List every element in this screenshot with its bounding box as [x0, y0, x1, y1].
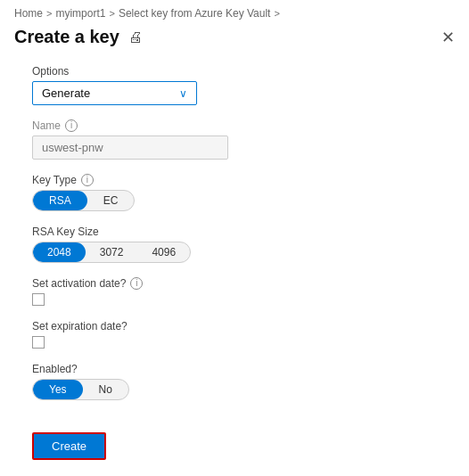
breadcrumb-myimport[interactable]: myimport1	[55, 7, 105, 20]
expiration-date-label: Set expiration date?	[32, 320, 437, 332]
enabled-no[interactable]: No	[83, 380, 128, 399]
key-type-info-icon[interactable]: i	[81, 174, 94, 186]
name-input[interactable]	[32, 135, 228, 160]
breadcrumb-sep-2: >	[109, 8, 114, 19]
page-title: Create a key	[14, 27, 119, 47]
key-type-label: Key Type i	[32, 174, 437, 186]
expiration-date-group: Set expiration date?	[32, 320, 437, 349]
chevron-down-icon: ∨	[179, 87, 187, 100]
header-left: Create a key 🖨	[14, 27, 143, 47]
name-info-icon[interactable]: i	[65, 119, 78, 132]
key-type-toggle: RSA EC	[32, 190, 135, 211]
close-icon[interactable]: ✕	[441, 29, 455, 45]
activation-date-checkbox[interactable]	[32, 293, 45, 306]
options-label: Options	[32, 65, 437, 78]
key-type-rsa[interactable]: RSA	[33, 191, 87, 210]
activation-info-icon[interactable]: i	[130, 277, 143, 290]
enabled-toggle: Yes No	[32, 379, 129, 400]
activation-date-label: Set activation date? i	[32, 277, 437, 290]
form-footer: Create	[0, 414, 469, 460]
create-button[interactable]: Create	[32, 432, 106, 460]
options-dropdown[interactable]: Generate ∨	[32, 81, 197, 105]
options-group: Options Generate ∨	[32, 65, 437, 105]
name-label: Name i	[32, 119, 437, 132]
key-type-group: Key Type i RSA EC	[32, 174, 437, 211]
rsa-key-size-label: RSA Key Size	[32, 226, 437, 238]
name-group: Name i	[32, 119, 437, 160]
create-key-panel: Home > myimport1 > Select key from Azure…	[0, 0, 469, 476]
breadcrumb-selectkey[interactable]: Select key from Azure Key Vault	[119, 7, 271, 20]
key-size-3072[interactable]: 3072	[86, 242, 138, 262]
breadcrumb-home[interactable]: Home	[14, 7, 43, 20]
options-value: Generate	[42, 86, 90, 100]
key-type-ec[interactable]: EC	[87, 191, 135, 210]
enabled-label: Enabled?	[32, 363, 437, 375]
print-icon[interactable]: 🖨	[128, 29, 143, 45]
breadcrumb: Home > myimport1 > Select key from Azure…	[0, 0, 469, 20]
panel-header: Create a key 🖨 ✕	[0, 20, 469, 47]
rsa-key-size-toggle: 2048 3072 4096	[32, 242, 191, 263]
key-size-4096[interactable]: 4096	[137, 242, 190, 262]
key-size-2048[interactable]: 2048	[33, 242, 86, 262]
breadcrumb-sep-1: >	[46, 8, 52, 19]
form-body: Options Generate ∨ Name i Key Type i RSA	[0, 47, 469, 400]
rsa-key-size-group: RSA Key Size 2048 3072 4096	[32, 226, 437, 263]
enabled-yes[interactable]: Yes	[33, 380, 83, 399]
enabled-group: Enabled? Yes No	[32, 363, 437, 400]
activation-date-group: Set activation date? i	[32, 277, 437, 306]
expiration-date-checkbox[interactable]	[32, 336, 45, 349]
breadcrumb-sep-3: >	[274, 8, 279, 19]
